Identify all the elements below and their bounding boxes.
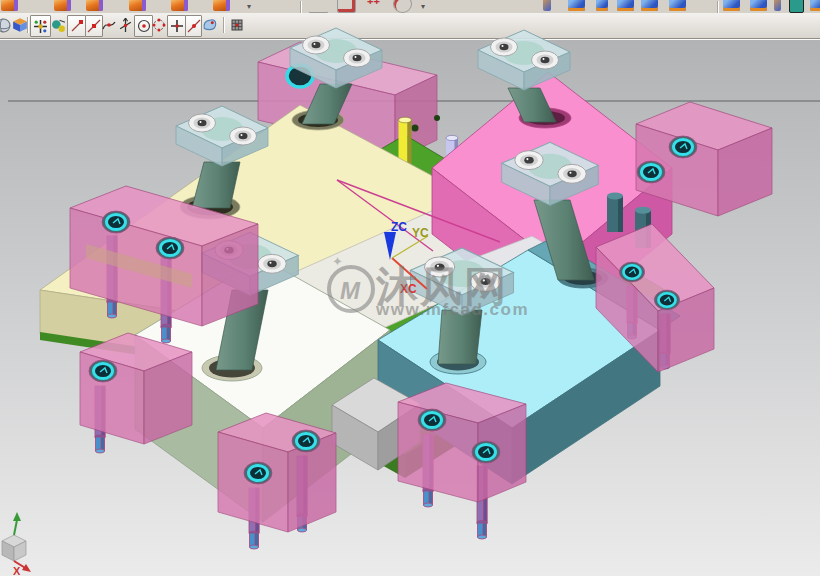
socket-screw-cyan (156, 237, 184, 259)
socket-screw-cyan (89, 360, 117, 382)
stud-tip-blue (478, 523, 487, 539)
bushing-cylinder[interactable] (607, 193, 623, 232)
socket-screw-cyan (102, 211, 130, 233)
svg-text:✦: ✦ (332, 254, 343, 269)
socket-screw-cyan (619, 262, 644, 282)
socket-screw-cyan (669, 136, 697, 158)
socket-screw-cyan (292, 430, 320, 452)
stud-tip-blue (162, 327, 171, 343)
socket-screw-cyan (418, 409, 446, 431)
stud-tip-blue (108, 302, 117, 318)
socket-screw-cyan (654, 290, 679, 310)
stud-tip-blue (250, 533, 259, 549)
triad-x-label: X (13, 565, 21, 576)
wcs-z-label: ZC (391, 220, 407, 234)
socket-screw-cyan (472, 441, 500, 463)
watermark-logo: M (340, 277, 361, 304)
wcs-y-label: YC (412, 226, 429, 240)
stud-tip-blue (424, 491, 433, 507)
watermark-url: www.mfcad.com (375, 300, 529, 319)
viewport-3d[interactable]: ZC YC XC M ✦ 沐风网 www.mfcad.com X (0, 0, 820, 576)
stud-tip-blue (96, 437, 105, 453)
socket-screw-cyan (244, 462, 272, 484)
socket-screw-cyan (637, 161, 665, 183)
